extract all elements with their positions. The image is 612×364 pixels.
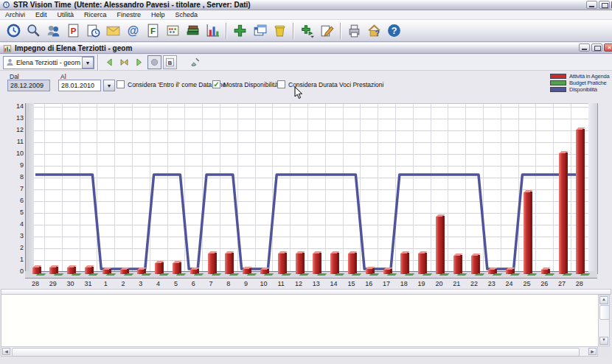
menu-finestre[interactable]: Finestre <box>112 11 147 18</box>
restore-button[interactable] <box>599 1 610 9</box>
legend-label: Attività in Agenda <box>569 73 609 80</box>
scroll-up-button[interactable]: ▲ <box>599 296 608 304</box>
home-help-button[interactable]: ? <box>364 21 384 41</box>
horizontal-scrollbar[interactable]: ◀ ▶ <box>1 346 598 357</box>
al-date-dropdown[interactable]: ▼ <box>103 80 115 91</box>
users-button[interactable] <box>44 21 63 41</box>
mail-button[interactable] <box>103 21 123 41</box>
activity-bar <box>102 270 109 274</box>
legend-row: Disponibilità <box>550 86 609 93</box>
menu-edit[interactable]: Edit <box>30 11 52 18</box>
books-button[interactable] <box>183 21 203 41</box>
window-session: (Utente: Alessandro Pavesi - titolare , … <box>74 1 251 9</box>
activity-bar <box>32 267 39 274</box>
al-date-field[interactable]: 28.01.2010 <box>58 80 101 91</box>
add-button[interactable] <box>230 21 250 41</box>
activity-bar <box>49 267 56 274</box>
checkbox-entro-il-label: Considera 'Entro il' come Data Fine <box>128 81 226 88</box>
edit-button[interactable] <box>317 21 337 41</box>
document-f-button[interactable]: F <box>143 21 163 41</box>
subwindow-toolbar: Elena Terziotti - geom ▼ B <box>0 55 612 71</box>
svg-text:P: P <box>71 27 77 35</box>
subwindow-icon <box>3 44 12 53</box>
clock-button[interactable] <box>4 21 24 41</box>
scroll-right-button[interactable]: ▶ <box>588 348 597 355</box>
scrollbar-corner <box>598 346 610 357</box>
chart-right-wall <box>588 103 598 274</box>
at-button[interactable]: @ <box>123 21 143 41</box>
next-record-button[interactable] <box>131 55 146 70</box>
checkbox-mostra-disponibilita[interactable]: ✓ Mostra Disponibilità <box>212 80 278 88</box>
dal-date-field[interactable]: 28.12.2009 <box>7 80 50 91</box>
menu-scheda[interactable]: Scheda <box>170 11 204 18</box>
home-help-icon: ? <box>366 23 382 38</box>
minimize-button[interactable] <box>586 1 597 9</box>
abacus-button[interactable] <box>163 21 183 41</box>
y-axis-label: 1 <box>7 256 24 263</box>
checkbox-entro-il-box[interactable] <box>117 80 125 88</box>
activity-bar <box>243 269 249 274</box>
svg-text:B: B <box>168 60 173 66</box>
activity-bar <box>471 256 478 274</box>
checkbox-durata-voci[interactable]: Considera Durata Voci Prestazioni <box>277 80 383 88</box>
activity-bar <box>524 192 530 274</box>
y-axis-label: 0 <box>7 267 24 275</box>
sub-minimize-button[interactable] <box>579 43 590 52</box>
app-icon <box>2 1 10 9</box>
subwindow-title: Impegno di Elena Terziotti - geom <box>15 44 132 52</box>
impegno-chart: 0123456789101112131428293031123456789101… <box>0 101 612 289</box>
svg-text:F: F <box>150 27 156 35</box>
menu-ricerca[interactable]: Ricerca <box>79 11 112 18</box>
trash-button[interactable] <box>270 21 290 41</box>
windows-button[interactable] <box>250 21 270 41</box>
activity-bar <box>313 253 319 274</box>
vertical-scroll-thumb[interactable] <box>599 305 610 320</box>
checkbox-durata-voci-box[interactable] <box>277 80 285 88</box>
horizontal-scroll-thumb[interactable] <box>12 348 580 357</box>
checkbox-mostra-disponibilita-box[interactable]: ✓ <box>212 80 220 88</box>
b-letter-icon: B <box>164 57 175 68</box>
record-toggle-button[interactable] <box>147 55 161 69</box>
user-combobox-dropdown[interactable]: ▼ <box>82 57 94 69</box>
next-icon <box>133 57 145 68</box>
mail-icon <box>105 23 121 38</box>
activity-bar <box>278 253 285 274</box>
help-icon: ? <box>386 23 402 38</box>
y-axis-label: 12 <box>7 126 24 133</box>
scroll-down-button[interactable]: ▼ <box>599 337 608 345</box>
previous-record-button[interactable] <box>102 55 117 70</box>
scroll-left-button[interactable]: ◀ <box>2 348 10 355</box>
menu-utilita[interactable]: Utilità <box>52 11 80 18</box>
clean-chart-button[interactable] <box>187 55 202 70</box>
legend-chip <box>550 80 566 85</box>
activity-bar <box>137 270 144 274</box>
chart-button[interactable] <box>203 21 223 41</box>
y-axis-label: 7 <box>7 185 24 192</box>
activity-bar <box>366 269 372 274</box>
checkbox-entro-il[interactable]: Considera 'Entro il' come Data Fine <box>117 80 226 88</box>
chart-legend: Attività in AgendaBudget PraticheDisponi… <box>550 73 609 93</box>
menu-help[interactable]: Help <box>146 11 170 18</box>
help-button[interactable]: ? <box>384 21 404 41</box>
y-axis-label: 2 <box>7 244 24 251</box>
locate-record-button[interactable] <box>117 55 131 70</box>
toolbar-separator <box>226 23 227 39</box>
vertical-scrollbar[interactable]: ▲ ▼ <box>598 295 610 346</box>
b-mode-button[interactable]: B <box>163 55 177 69</box>
menu-archivi[interactable]: Archivi <box>0 11 30 18</box>
activity-bar <box>173 263 179 274</box>
sub-close-button[interactable]: × <box>604 43 612 52</box>
document-clock-button[interactable] <box>83 21 103 41</box>
menu-bar: Archivi Edit Utilità Ricerca Finestre He… <box>0 10 612 20</box>
sub-maximize-button[interactable] <box>591 43 602 52</box>
user-combobox[interactable]: Elena Terziotti - geom ▼ <box>3 56 94 69</box>
search-button[interactable] <box>24 21 44 41</box>
print-button[interactable] <box>344 21 364 41</box>
y-axis-label: 10 <box>7 150 24 157</box>
legend-label: Budget Pratiche <box>569 80 606 86</box>
activity-bar <box>155 263 161 274</box>
results-list-body[interactable] <box>1 295 598 346</box>
chart-icon <box>205 23 220 38</box>
document-p-button[interactable]: P <box>63 21 83 41</box>
add-multi-button[interactable] <box>297 21 317 41</box>
